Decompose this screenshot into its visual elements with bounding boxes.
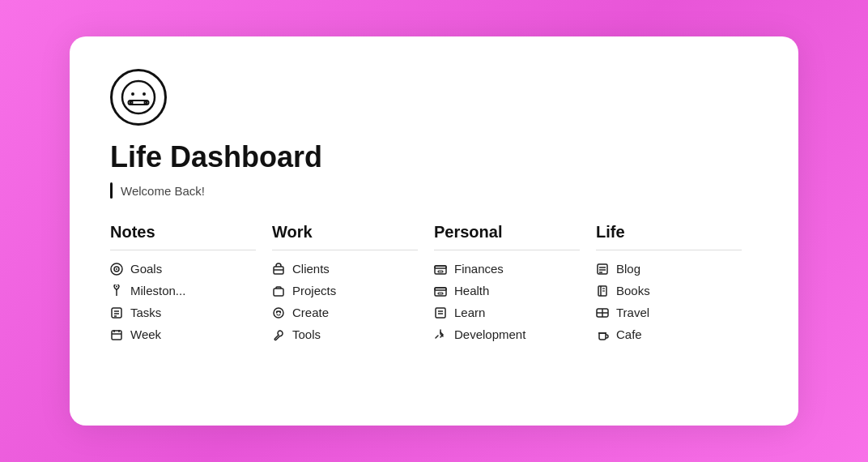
goals-icon (110, 263, 123, 276)
item-label: Mileston... (130, 284, 185, 297)
list-item[interactable]: Development (434, 327, 580, 341)
col-items-work: ClientsProjectsCreateTools (272, 262, 418, 341)
item-label: Cafe (616, 327, 642, 341)
svg-rect-15 (112, 331, 121, 340)
subtitle-divider (110, 182, 113, 199)
list-item[interactable]: Projects (272, 284, 418, 297)
col-items-life: BlogBooksTravelCafe (596, 262, 742, 341)
item-label: Tools (292, 327, 321, 341)
blog-icon (596, 263, 609, 276)
item-label: Week (130, 327, 161, 341)
col-work: WorkClientsProjectsCreateTools (272, 223, 434, 341)
list-item[interactable]: Tools (272, 327, 418, 341)
item-label: Blog (616, 262, 640, 276)
subtitle-bar: Welcome Back! (110, 182, 758, 199)
col-header-life: Life (596, 223, 742, 250)
list-item[interactable]: Health (434, 284, 580, 297)
week-icon (110, 328, 123, 341)
svg-rect-21 (274, 289, 283, 296)
list-item[interactable]: Books (596, 284, 742, 297)
col-items-notes: GoalsMileston...TasksWeek (110, 262, 256, 341)
item-label: Books (616, 284, 650, 297)
item-label: Health (454, 284, 489, 297)
item-label: Goals (130, 262, 162, 276)
item-label: Learn (454, 306, 485, 319)
svg-rect-29 (435, 288, 446, 290)
list-item[interactable]: Mileston... (110, 284, 256, 297)
cafe-icon (596, 328, 609, 341)
tools-icon (272, 328, 285, 341)
list-item[interactable]: Week (110, 327, 256, 341)
col-header-notes: Notes (110, 223, 256, 250)
col-personal: PersonalFinancesHealthLearnDevelopment (434, 223, 596, 341)
create-icon (272, 306, 285, 319)
books-icon (596, 284, 609, 297)
mileston-icon (110, 284, 123, 297)
svg-point-2 (143, 92, 146, 96)
col-header-work: Work (272, 223, 418, 250)
item-label: Create (292, 306, 329, 319)
list-item[interactable]: Learn (434, 306, 580, 319)
page-title: Life Dashboard (110, 140, 758, 174)
svg-rect-30 (438, 293, 443, 294)
item-label: Clients (292, 262, 330, 276)
svg-point-24 (279, 310, 281, 312)
list-item[interactable]: Clients (272, 262, 418, 276)
item-label: Finances (454, 262, 504, 276)
col-life: LifeBlogBooksTravelCafe (596, 223, 758, 341)
list-item[interactable]: Tasks (110, 306, 256, 319)
list-item[interactable]: Travel (596, 306, 742, 319)
list-item[interactable]: Blog (596, 262, 742, 276)
svg-rect-26 (435, 266, 446, 268)
item-label: Tasks (130, 306, 161, 319)
svg-point-23 (276, 310, 278, 312)
col-header-personal: Personal (434, 223, 580, 250)
item-label: Projects (292, 284, 336, 297)
svg-point-9 (116, 285, 117, 287)
svg-point-0 (122, 81, 155, 113)
svg-point-8 (116, 268, 117, 270)
dashboard-card: Life Dashboard Welcome Back! NotesGoalsM… (70, 36, 798, 426)
learn-icon (434, 306, 447, 319)
subtitle-text: Welcome Back! (121, 184, 205, 198)
clients-icon (272, 263, 285, 276)
list-item[interactable]: Finances (434, 262, 580, 276)
list-item[interactable]: Goals (110, 262, 256, 276)
development-icon (434, 328, 447, 341)
col-items-personal: FinancesHealthLearnDevelopment (434, 262, 580, 341)
projects-icon (272, 284, 285, 297)
dashboard-grid: NotesGoalsMileston...TasksWeekWorkClient… (110, 223, 758, 341)
col-notes: NotesGoalsMileston...TasksWeek (110, 223, 272, 341)
list-item[interactable]: Create (272, 306, 418, 319)
item-label: Development (454, 327, 525, 341)
finances-icon (434, 263, 447, 276)
list-item[interactable]: Cafe (596, 327, 742, 341)
svg-rect-27 (438, 271, 443, 272)
svg-point-22 (274, 308, 283, 318)
travel-icon (596, 306, 609, 319)
tasks-icon (110, 306, 123, 319)
logo-icon (110, 69, 167, 126)
health-icon (434, 284, 447, 297)
svg-point-1 (131, 92, 134, 96)
item-label: Travel (616, 306, 649, 319)
svg-rect-31 (436, 308, 445, 318)
